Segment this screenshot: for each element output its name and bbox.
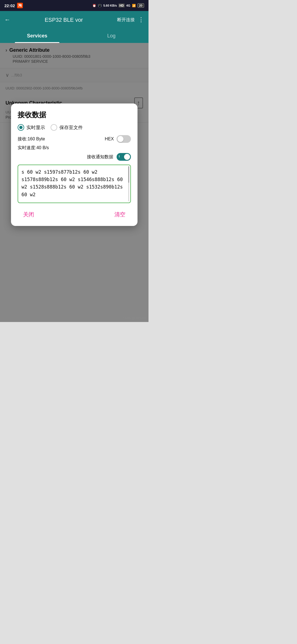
speed-row: 实时速度:40 B/s	[18, 145, 131, 151]
scroll-thumb	[128, 166, 129, 183]
network-speed: 5.60 KB/s	[103, 4, 117, 7]
scroll-hint	[128, 166, 129, 201]
notify-toggle[interactable]: I	[117, 153, 131, 161]
radio-row: 实时显示 保存至文件	[18, 124, 131, 131]
radio-save-file-label: 保存至文件	[59, 124, 83, 131]
vibration-icon: 📳	[98, 4, 102, 7]
network-type: 4G	[126, 4, 130, 7]
data-text: s 60 w2 s1597s877b12s 60 w2 s1578s889b12…	[21, 168, 127, 198]
notify-label: 接收通知数据	[87, 154, 113, 160]
app-bar: ← ESP32 BLE vor 断开连接 ⋮	[0, 11, 148, 29]
hd-label: HD	[119, 4, 125, 7]
close-button[interactable]: 关闭	[18, 209, 40, 220]
radio-save-file-circle[interactable]	[51, 124, 57, 131]
receive-bytes-label: 接收:160 Byte	[18, 136, 45, 142]
hex-toggle-knob	[117, 136, 123, 142]
tab-log[interactable]: Log	[74, 29, 148, 43]
signal-icon: 📶	[132, 4, 136, 7]
main-content: › Generic Attribute UUID: 00001801-0000-…	[0, 43, 148, 322]
status-bar: 22:02 淘 ⏰ 📳 5.60 KB/s HD 4G 📶 20	[0, 0, 148, 11]
status-left: 22:02 淘	[4, 3, 23, 8]
more-options-button[interactable]: ⋮	[138, 16, 144, 23]
radio-realtime[interactable]: 实时显示	[18, 124, 45, 131]
hex-toggle[interactable]	[117, 135, 131, 143]
data-display-box: s 60 w2 s1597s877b12s 60 w2 s1578s889b12…	[18, 165, 131, 203]
tab-bar: Services Log	[0, 29, 148, 43]
app-title: ESP32 BLE vor	[14, 17, 114, 23]
battery-display: 20	[138, 3, 144, 8]
clock-icon: ⏰	[92, 4, 96, 7]
notify-toggle-knob	[124, 154, 130, 160]
receive-info-row: 接收:160 Byte HEX	[18, 135, 131, 143]
taobao-icon: 淘	[17, 3, 23, 8]
hex-label: HEX	[105, 137, 114, 141]
disconnect-button[interactable]: 断开连接	[117, 17, 135, 23]
dialog-buttons: 关闭 清空	[18, 208, 131, 220]
status-right: ⏰ 📳 5.60 KB/s HD 4G 📶 20	[92, 3, 144, 8]
radio-save-file[interactable]: 保存至文件	[51, 124, 83, 131]
back-button[interactable]: ←	[4, 16, 10, 23]
tab-services[interactable]: Services	[0, 29, 74, 43]
dialog-title: 接收数据	[18, 110, 131, 120]
time-display: 22:02	[4, 3, 15, 8]
radio-realtime-label: 实时显示	[26, 124, 45, 131]
speed-label: 实时速度:40 B/s	[18, 145, 49, 151]
hex-row: HEX	[105, 135, 131, 143]
notify-row: 接收通知数据 I	[18, 153, 131, 161]
dialog-overlay: 接收数据 实时显示 保存至文件 接收:160 Byte HEX	[0, 43, 148, 322]
receive-data-dialog: 接收数据 实时显示 保存至文件 接收:160 Byte HEX	[11, 103, 138, 226]
radio-realtime-circle[interactable]	[18, 124, 24, 131]
clear-button[interactable]: 清空	[109, 209, 131, 220]
